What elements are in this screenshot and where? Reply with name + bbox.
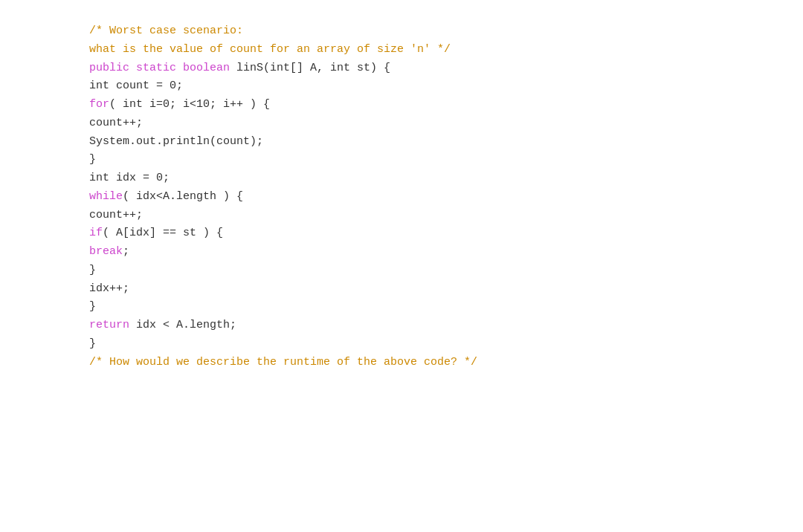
- comment-text: /* Worst case scenario:: [89, 25, 243, 37]
- code-text: count++;: [89, 117, 143, 129]
- code-text: }: [89, 153, 96, 166]
- keyword-static: static: [136, 62, 176, 74]
- code-line-5: for( int i=0; i<10; i++ ) {: [89, 96, 803, 114]
- comment-text: what is the value of count for an array …: [89, 43, 451, 56]
- code-line-3: public static boolean linS(int[] A, int …: [89, 59, 803, 78]
- code-line-14: }: [89, 262, 803, 280]
- code-line-12: if( A[idx] == st ) {: [89, 224, 803, 243]
- code-line-16: }: [89, 298, 803, 317]
- keyword-break: break: [89, 245, 123, 258]
- code-text: linS(int[] A, int st) {: [230, 62, 390, 74]
- code-text: count++;: [89, 209, 143, 221]
- code-line-1: /* Worst case scenario:: [89, 22, 803, 41]
- code-text: idx < A.length;: [129, 319, 236, 331]
- code-line-15: idx++;: [89, 280, 803, 299]
- code-text: ( A[idx] == st ) {: [103, 227, 223, 239]
- code-line-9: int idx = 0;: [89, 169, 803, 188]
- code-line-19: /* How would we describe the runtime of …: [89, 354, 803, 372]
- keyword-public: public: [89, 62, 129, 74]
- keyword-boolean: boolean: [183, 62, 230, 74]
- code-line-13: break;: [89, 243, 803, 262]
- code-line-10: while( idx<A.length ) {: [89, 188, 803, 207]
- code-text: }: [89, 337, 96, 350]
- code-text: idx++;: [89, 282, 129, 295]
- comment-text: /* How would we describe the runtime of …: [89, 356, 477, 369]
- code-text: ( int i=0; i<10; i++ ) {: [109, 98, 270, 111]
- code-container: /* Worst case scenario: what is the valu…: [0, 15, 803, 379]
- code-text: [129, 62, 136, 74]
- code-text: int idx = 0;: [89, 172, 170, 184]
- code-line-4: int count = 0;: [89, 77, 803, 96]
- code-text: ;: [123, 245, 129, 258]
- code-line-11: count++;: [89, 207, 803, 225]
- code-line-7: System.out.println(count);: [89, 133, 803, 152]
- code-text: int count = 0;: [89, 80, 183, 92]
- code-text: }: [89, 300, 96, 313]
- keyword-if: if: [89, 227, 103, 239]
- keyword-while: while: [89, 190, 123, 203]
- code-text: System.out.println(count);: [89, 135, 263, 148]
- code-line-8: }: [89, 151, 803, 169]
- keyword-return: return: [89, 319, 129, 331]
- code-text: [176, 62, 183, 74]
- keyword-for: for: [89, 98, 109, 111]
- code-line-18: }: [89, 335, 803, 354]
- code-line-6: count++;: [89, 114, 803, 133]
- code-text: ( idx<A.length ) {: [123, 190, 243, 203]
- code-line-17: return idx < A.length;: [89, 317, 803, 335]
- code-line-2: what is the value of count for an array …: [89, 41, 803, 59]
- code-text: }: [89, 264, 96, 276]
